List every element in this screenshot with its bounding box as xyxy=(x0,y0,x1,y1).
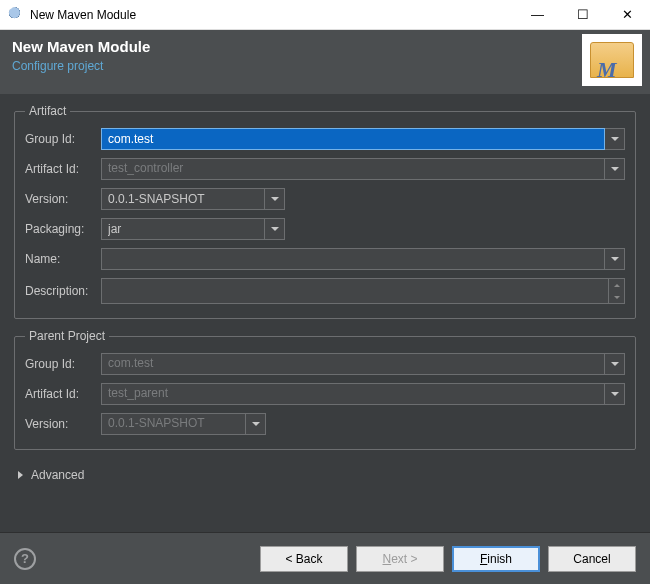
maximize-button[interactable]: ☐ xyxy=(560,0,605,29)
page-subtitle[interactable]: Configure project xyxy=(12,59,150,73)
group-id-label: Group Id: xyxy=(25,132,101,146)
name-input[interactable] xyxy=(101,248,605,270)
dialog-footer: ? < Back Next > Finish Cancel xyxy=(0,532,650,584)
parent-group-id-dropdown-icon xyxy=(605,353,625,375)
description-label: Description: xyxy=(25,284,101,298)
parent-legend: Parent Project xyxy=(25,329,109,343)
advanced-label: Advanced xyxy=(31,468,84,482)
packaging-label: Packaging: xyxy=(25,222,101,236)
version-input[interactable] xyxy=(101,188,265,210)
wizard-banner-icon xyxy=(582,34,642,86)
next-button: Next > xyxy=(356,546,444,572)
parent-artifact-id-dropdown-icon xyxy=(605,383,625,405)
spinner-up-icon[interactable] xyxy=(609,279,624,291)
group-id-dropdown-icon[interactable] xyxy=(605,128,625,150)
version-combo[interactable] xyxy=(101,188,285,210)
parent-group-id-value: com.test xyxy=(101,353,605,375)
name-label: Name: xyxy=(25,252,101,266)
dialog-header: New Maven Module Configure project xyxy=(0,30,650,94)
eclipse-icon xyxy=(8,7,24,23)
version-label: Version: xyxy=(25,192,101,206)
name-dropdown-icon[interactable] xyxy=(605,248,625,270)
artifact-id-dropdown-icon xyxy=(605,158,625,180)
parent-version-dropdown-icon xyxy=(246,413,266,435)
parent-version-combo: 0.0.1-SNAPSHOT xyxy=(101,413,266,435)
packaging-input[interactable] xyxy=(101,218,265,240)
description-field[interactable] xyxy=(101,278,625,304)
minimize-button[interactable]: — xyxy=(515,0,560,29)
parent-version-label: Version: xyxy=(25,417,101,431)
parent-artifact-id-label: Artifact Id: xyxy=(25,387,101,401)
advanced-toggle[interactable]: Advanced xyxy=(14,460,636,490)
group-id-input[interactable] xyxy=(101,128,605,150)
chevron-right-icon xyxy=(18,471,23,479)
name-combo[interactable] xyxy=(101,248,625,270)
parent-artifact-id-value: test_parent xyxy=(101,383,605,405)
artifact-id-combo: test_controller xyxy=(101,158,625,180)
parent-version-value: 0.0.1-SNAPSHOT xyxy=(101,413,246,435)
finish-button[interactable]: Finish xyxy=(452,546,540,572)
parent-project-group: Parent Project Group Id: com.test Artifa… xyxy=(14,329,636,450)
parent-group-id-label: Group Id: xyxy=(25,357,101,371)
spinner-down-icon[interactable] xyxy=(609,291,624,303)
artifact-id-label: Artifact Id: xyxy=(25,162,101,176)
page-title: New Maven Module xyxy=(12,38,150,55)
cancel-button[interactable]: Cancel xyxy=(548,546,636,572)
description-input[interactable] xyxy=(101,278,625,304)
close-button[interactable]: ✕ xyxy=(605,0,650,29)
maven-folder-icon xyxy=(590,42,634,78)
help-icon[interactable]: ? xyxy=(14,548,36,570)
artifact-legend: Artifact xyxy=(25,104,70,118)
back-button[interactable]: < Back xyxy=(260,546,348,572)
packaging-combo[interactable] xyxy=(101,218,285,240)
titlebar: New Maven Module — ☐ ✕ xyxy=(0,0,650,30)
parent-artifact-id-combo: test_parent xyxy=(101,383,625,405)
packaging-dropdown-icon[interactable] xyxy=(265,218,285,240)
artifact-group: Artifact Group Id: Artifact Id: test_con… xyxy=(14,104,636,319)
group-id-combo[interactable] xyxy=(101,128,625,150)
version-dropdown-icon[interactable] xyxy=(265,188,285,210)
artifact-id-value: test_controller xyxy=(101,158,605,180)
window-title: New Maven Module xyxy=(30,8,515,22)
description-spinner[interactable] xyxy=(608,279,624,303)
parent-group-id-combo: com.test xyxy=(101,353,625,375)
